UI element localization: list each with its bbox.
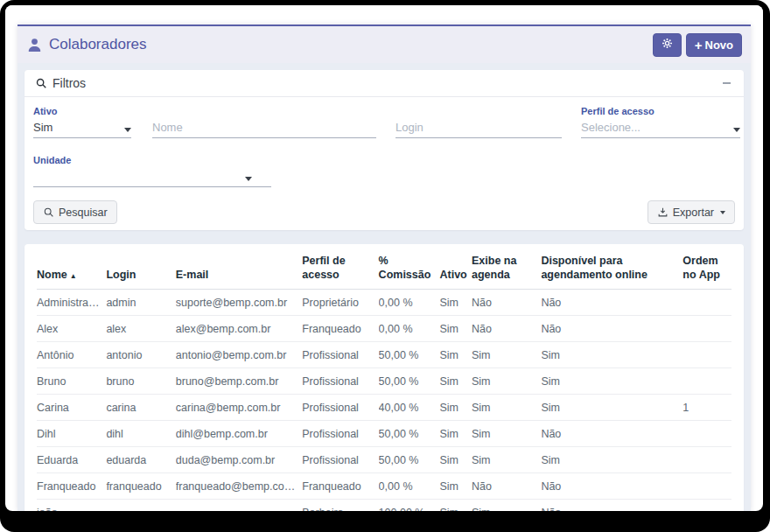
table-cell (682, 447, 732, 473)
person-icon (26, 37, 43, 53)
login-input[interactable] (396, 119, 562, 138)
filters-title: Filtros (52, 76, 86, 90)
table-cell (682, 368, 732, 395)
table-cell: Bruno (37, 368, 106, 395)
table-cell: Sim (439, 500, 472, 511)
filters-card: Filtros Ativo Sim (24, 70, 744, 230)
column-header-7[interactable]: Disponível para agendamento online (541, 246, 682, 290)
search-button[interactable]: Pesquisar (33, 200, 117, 224)
table-cell: 0,00 % (379, 290, 440, 316)
column-header-1[interactable]: Login (106, 246, 175, 290)
ativo-select[interactable]: Sim (33, 119, 131, 138)
header-actions: + Novo (653, 33, 742, 57)
table-cell: Antônio (37, 342, 106, 368)
table-cell: Franqueado (302, 473, 378, 500)
table-cell (176, 500, 303, 511)
chevron-down-icon (245, 177, 252, 181)
table-cell: Proprietário (302, 290, 378, 316)
table-row[interactable]: Brunobrunobruno@bemp.com.brProfissional5… (37, 368, 732, 395)
table-cell: 0,00 % (379, 316, 440, 342)
table-cell: Sim (439, 316, 472, 342)
table-cell: dihl (106, 421, 175, 447)
table-cell: 0,00 % (379, 473, 440, 500)
table-cell: 40,00 % (379, 395, 440, 421)
table-cell: Não (472, 473, 541, 500)
table-cell: Sim (541, 342, 682, 368)
column-header-8[interactable]: Ordem no App (682, 246, 732, 290)
filters-card-header: Filtros (24, 70, 744, 97)
ativo-label: Ativo (33, 106, 131, 119)
table-cell: franqueado (106, 473, 175, 500)
table-cell (682, 473, 732, 500)
table-cell: Carina (37, 395, 106, 421)
plus-icon: + (695, 38, 703, 52)
table-cell: Sim (472, 447, 541, 473)
table-row[interactable]: joãoBarbeiro100,00 %SimSimNão (37, 500, 732, 511)
nome-input[interactable] (152, 119, 376, 138)
table-cell: alex@bemp.com.br (176, 316, 303, 342)
table-cell: Alex (37, 316, 106, 342)
table-cell: suporte@bemp.com.br (176, 290, 303, 316)
chevron-down-icon (733, 128, 740, 132)
table-cell: Sim (541, 395, 682, 421)
table-cell: Sim (472, 368, 541, 395)
table-row[interactable]: Dihldihldihl@bemp.com.brProfissional50,0… (37, 421, 732, 447)
column-header-6[interactable]: Exibe na agenda (472, 246, 541, 290)
filter-login (396, 106, 562, 138)
new-button[interactable]: + Novo (686, 33, 742, 57)
table-cell: Não (472, 316, 541, 342)
column-header-5[interactable]: Ativo (439, 246, 472, 290)
table-cell: 100,00 % (379, 500, 440, 511)
table-row[interactable]: Antônioantonioantonio@bemp.com.brProfiss… (37, 342, 732, 368)
column-header-2[interactable]: E-mail (176, 246, 303, 290)
table-cell: Administrador (37, 290, 106, 316)
export-button[interactable]: Exportar (648, 200, 735, 224)
new-button-label: Novo (705, 38, 734, 52)
filters-card-footer: Pesquisar Exportar (24, 195, 744, 230)
filter-nome (152, 106, 376, 138)
table-cell: Não (541, 316, 682, 342)
settings-button[interactable] (653, 33, 682, 57)
table-body: Administradoradminsuporte@bemp.com.brPro… (37, 290, 732, 511)
table-cell: antonio@bemp.com.br (176, 342, 303, 368)
search-icon (35, 77, 47, 89)
page-body: Filtros Ativo Sim (18, 63, 751, 511)
table-cell: bruno@bemp.com.br (176, 368, 303, 395)
column-header-3[interactable]: Perfil de acesso (302, 246, 378, 290)
unidade-label: Unidade (33, 155, 271, 168)
collapse-filters-button[interactable] (719, 76, 733, 90)
column-header-4[interactable]: % Comissão (379, 246, 440, 290)
perfil-select[interactable]: Selecione... (581, 119, 740, 138)
table-cell: Profissional (302, 368, 378, 395)
table-cell: eduarda (106, 447, 175, 473)
search-button-label: Pesquisar (59, 206, 108, 219)
table-cell (682, 342, 732, 368)
table-cell: Profissional (302, 342, 378, 368)
table-row[interactable]: Administradoradminsuporte@bemp.com.brPro… (37, 290, 732, 316)
table-row[interactable]: Franqueadofranqueadofranqueado@bemp.com.… (37, 473, 732, 500)
unidade-select[interactable] (33, 168, 271, 187)
filter-perfil-de-acesso: Perfil de acesso Selecione... (581, 106, 740, 138)
filter-ativo: Ativo Sim (33, 106, 131, 138)
table-row[interactable]: Carinacarinacarina@bemp.com.brProfission… (37, 395, 732, 421)
column-header-0[interactable]: Nome▲ (37, 246, 106, 290)
table-cell: duda@bemp.com.br (176, 447, 303, 473)
table-cell: Profissional (302, 395, 378, 421)
table-cell: Barbeiro (302, 500, 378, 511)
minus-icon (723, 82, 731, 84)
chevron-down-icon (124, 128, 131, 132)
table-cell: Sim (472, 395, 541, 421)
table-cell: Não (541, 473, 682, 500)
chevron-down-icon (720, 211, 725, 214)
table-row[interactable]: Alexalexalex@bemp.com.brFranqueado0,00 %… (37, 316, 732, 342)
collaborators-table: Nome▲LoginE-mailPerfil de acesso% Comiss… (37, 246, 732, 511)
browser-viewport: Colaboradores + Novo (5, 5, 763, 511)
table-cell: carina@bemp.com.br (176, 395, 303, 421)
screenshot-frame: Colaboradores + Novo (0, 0, 770, 532)
page-header: Colaboradores + Novo (18, 26, 751, 63)
filter-unidade: Unidade (33, 155, 271, 187)
perfil-placeholder: Selecione... (581, 121, 640, 134)
ativo-value: Sim (33, 121, 52, 134)
table-row[interactable]: Eduardaeduardaduda@bemp.com.brProfission… (37, 447, 732, 473)
table-cell: Sim (541, 447, 682, 473)
